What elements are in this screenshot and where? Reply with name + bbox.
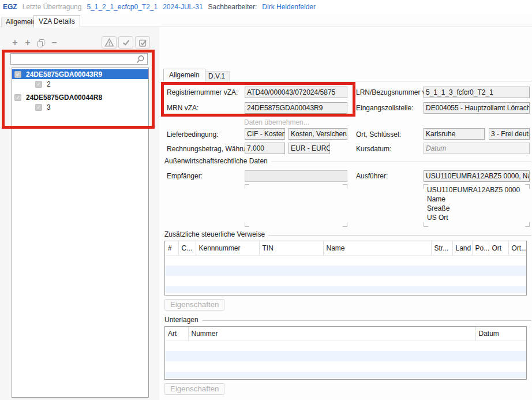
tree-checkbox[interactable]: ✓: [14, 94, 21, 101]
vza-tree: ✓ 24DE5875GDA00043R9 ✓ 2 ✓ 24DE5875GDA00…: [12, 68, 149, 398]
add-sub-icon[interactable]: +: [22, 37, 33, 48]
col-datum[interactable]: Datum: [475, 327, 527, 341]
table-row[interactable]: [165, 266, 527, 276]
daten-uebernehmen-link[interactable]: Daten übernehmen...: [244, 118, 309, 126]
table-row[interactable]: [165, 276, 527, 286]
ausfuehrer-address-box: USU110EUMRA12ABZ5 0000 Name Sreaße US Or…: [424, 184, 530, 227]
tree-item-mrn-1[interactable]: ✓ 24DE5875GDA00043R9: [12, 69, 148, 79]
lieferbedingung-code-field[interactable]: CIF - Kosten,: [245, 128, 285, 140]
validate-warning-button[interactable]: [102, 36, 117, 48]
col-nummer[interactable]: Nummer: [188, 327, 475, 341]
last-transfer-label: Letzte Übertragung: [23, 3, 82, 11]
verweise-section: Zusätzliche steuerliche Verweise: [164, 230, 531, 238]
ausfuehrer-field[interactable]: USU110EUMRA12ABZ5 0000, Name: [424, 170, 530, 182]
ort-schluessel-label: Ort, Schlüssel:: [356, 130, 401, 139]
table-row[interactable]: [165, 286, 527, 293]
col-tin[interactable]: TIN: [259, 241, 323, 255]
registriernummer-field[interactable]: ATD40/000043/072024/5875: [245, 87, 347, 98]
mrn-label: MRN vZA:: [167, 104, 198, 112]
unterlagen-header-row: Art Nummer Datum: [165, 327, 527, 341]
table-row[interactable]: [165, 351, 527, 361]
date-link[interactable]: 2024-JUL-31: [163, 3, 203, 11]
ort-field[interactable]: Karlsruhe: [424, 128, 485, 140]
main-tab-bar: Allgemein VZA Details: [0, 14, 532, 27]
table-row[interactable]: [165, 255, 527, 266]
col-ort[interactable]: Ort: [489, 241, 508, 255]
schluessel-field[interactable]: 3 - Frei deuts: [489, 128, 530, 140]
rechnungsbetrag-label: Rechnungsbetrag, Währung:: [167, 145, 255, 153]
table-row[interactable]: [165, 341, 527, 351]
remove-icon[interactable]: −: [48, 37, 60, 48]
checkbox-check-icon: [138, 39, 147, 47]
tab-vza-details[interactable]: VZA Details: [33, 15, 80, 28]
reference-link[interactable]: 5_1_2_1_ecfcp0_T2_1: [87, 3, 158, 11]
lieferbedingung-text-field[interactable]: Kosten, Versicherur: [289, 128, 347, 140]
tree-item-position-2[interactable]: ✓ 2: [12, 79, 148, 89]
app-label: EGZ: [3, 3, 17, 11]
tree-checkbox[interactable]: ✓: [35, 81, 42, 88]
detail-tab-rule: [163, 81, 531, 81]
eingangszollstelle-label: Eingangszollstelle:: [356, 104, 413, 112]
col-art[interactable]: Art: [165, 327, 188, 341]
search-input[interactable]: [12, 54, 133, 63]
clerk-label: Sachbearbeiter:: [208, 3, 257, 11]
lrn-field[interactable]: 5_1_1_3_fcfcr0_T2_1: [424, 87, 530, 98]
col-kennnummer[interactable]: Kennnummer: [196, 241, 259, 255]
warning-icon: [104, 38, 114, 47]
aussenwirtschaft-section: Außenwirtschaftsrechtliche Daten: [164, 157, 531, 165]
table-row[interactable]: [165, 372, 527, 378]
col-str[interactable]: Str...: [431, 241, 452, 255]
confirm-all-button[interactable]: [135, 36, 150, 48]
col-nr[interactable]: #: [165, 241, 178, 255]
col-land[interactable]: Land: [452, 241, 472, 255]
col-c[interactable]: C...: [178, 241, 196, 255]
ausfuehrer-label: Ausführer:: [356, 172, 388, 180]
tree-item-mrn-2[interactable]: ✓ 24DE5875GDA00044R8: [12, 92, 148, 102]
verweise-table: # C... Kennnummer TIN Name Str... Land P…: [164, 241, 527, 296]
unterlagen-eigenschaften-button[interactable]: Eigenschaften: [164, 383, 224, 395]
col-ort2[interactable]: Ort...: [508, 241, 527, 255]
empfaenger-address-box: [245, 184, 347, 227]
waehrung-field[interactable]: EUR - EURO: [289, 143, 330, 154]
verweise-header-row: # C... Kennnummer TIN Name Str... Land P…: [165, 241, 527, 255]
tree-item-position-3[interactable]: ✓ 3: [12, 102, 148, 112]
rechnungsbetrag-field[interactable]: 7.000: [245, 143, 285, 154]
unterlagen-section: Unterlagen: [164, 316, 531, 324]
col-name[interactable]: Name: [323, 241, 431, 255]
verweise-eigenschaften-button[interactable]: Eigenschaften: [164, 299, 224, 311]
eingangszollstelle-field[interactable]: DE004055 - Hauptzollamt Lörrach Z: [424, 102, 530, 114]
mrn-field[interactable]: 24DE5875GDA00043R9: [245, 102, 347, 114]
unterlagen-table: Art Nummer Datum: [164, 326, 527, 380]
search-icon: [135, 55, 145, 65]
add-icon[interactable]: +: [9, 37, 21, 48]
tree-checkbox[interactable]: ✓: [35, 104, 42, 111]
empfaenger-label: Empfänger:: [167, 172, 203, 180]
registriernummer-label: Registriernummer vZA:: [167, 88, 238, 96]
detail-tab-allgemein[interactable]: Allgemein: [163, 69, 205, 81]
confirm-button[interactable]: [118, 36, 133, 48]
clerk-name-link[interactable]: Dirk Heidenfelder: [262, 3, 316, 11]
detail-tab-dv1[interactable]: D.V.1: [204, 71, 230, 81]
kursdatum-field[interactable]: Datum: [424, 143, 530, 154]
empfaenger-field[interactable]: [245, 170, 347, 182]
check-icon: [122, 39, 130, 46]
tree-checkbox[interactable]: ✓: [14, 71, 21, 78]
table-row[interactable]: [165, 361, 527, 372]
ausfuehrer-address-text: USU110EUMRA12ABZ5 0000 Name Sreaße US Or…: [424, 184, 530, 222]
tree-search: [10, 53, 148, 65]
copy-icon[interactable]: [35, 37, 46, 48]
col-po[interactable]: Po...: [472, 241, 489, 255]
lieferbedingung-label: Lieferbedingung:: [167, 130, 218, 139]
egz-window: EGZ Letzte Übertragung 5_1_2_1_ecfcp0_T2…: [0, 0, 532, 400]
kursdatum-label: Kursdatum:: [356, 145, 391, 153]
title-bar: EGZ Letzte Übertragung 5_1_2_1_ecfcp0_T2…: [0, 0, 532, 14]
